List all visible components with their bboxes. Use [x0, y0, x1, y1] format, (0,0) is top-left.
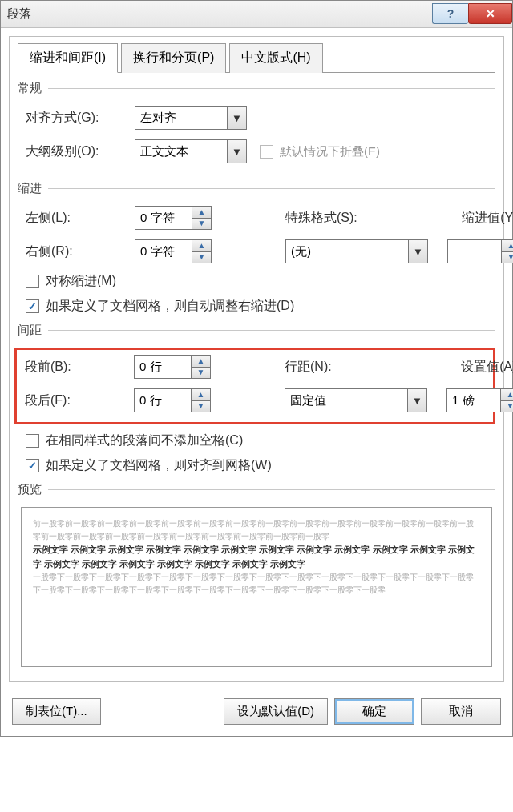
indent-right-value[interactable]: [135, 240, 192, 263]
section-preview-header: 预览: [18, 482, 42, 497]
space-after-label: 段后(F):: [25, 392, 129, 409]
ok-button[interactable]: 确定: [334, 698, 414, 725]
tab-indents-spacing[interactable]: 缩进和间距(I): [18, 43, 118, 73]
indent-by-spinner[interactable]: ▲▼: [447, 239, 513, 263]
section-indent-header: 缩进: [18, 181, 42, 196]
tab-line-page-breaks[interactable]: 换行和分页(P): [121, 43, 226, 73]
special-combo[interactable]: ▼: [285, 239, 428, 263]
spin-down-icon[interactable]: ▼: [502, 252, 513, 263]
set-default-button[interactable]: 设为默认值(D): [224, 698, 328, 725]
preview-box: 前一股零前一股零前一股零前一股零前一股零前一股零前一股零前一股零前一股零前一股零…: [21, 507, 492, 667]
help-button[interactable]: ?: [432, 3, 468, 24]
no-space-same-style-checkbox[interactable]: [26, 434, 39, 448]
close-button[interactable]: ✕: [468, 3, 512, 24]
section-spacing: 间距 段前(B): ▲▼ 行距(N): 设置值(A): 段后(F): ▲▼: [18, 323, 495, 474]
spin-down-icon[interactable]: ▼: [192, 368, 210, 379]
indent-right-spinner[interactable]: ▲▼: [135, 239, 212, 263]
alignment-value[interactable]: [135, 107, 227, 129]
alignment-label: 对齐方式(G):: [26, 110, 130, 127]
alignment-combo[interactable]: ▼: [135, 106, 247, 130]
indent-right-label: 右侧(R):: [26, 243, 130, 260]
spin-up-icon[interactable]: ▲: [192, 207, 211, 219]
snap-to-grid-label: 如果定义了文档网格，则对齐到网格(W): [46, 457, 272, 474]
spin-up-icon[interactable]: ▲: [501, 389, 513, 401]
chevron-down-icon[interactable]: ▼: [227, 107, 246, 129]
at-label: 设置值(A):: [416, 359, 513, 376]
line-spacing-combo[interactable]: ▼: [285, 388, 427, 412]
window-title: 段落: [7, 6, 31, 22]
space-after-spinner[interactable]: ▲▼: [134, 388, 211, 412]
section-indent: 缩进 左侧(L): ▲▼ 特殊格式(S): 缩进值(Y): 右侧(R): ▲▼: [18, 181, 495, 315]
titlebar[interactable]: 段落 ? ✕: [1, 1, 512, 28]
section-general: 常规 对齐方式(G): ▼ 大纲级别(O): ▼ 默认情况下折叠(E): [18, 81, 495, 163]
indent-by-value[interactable]: [448, 240, 501, 263]
spin-up-icon[interactable]: ▲: [192, 389, 210, 401]
section-preview: 预览 前一股零前一股零前一股零前一股零前一股零前一股零前一股零前一股零前一股零前…: [18, 482, 495, 667]
space-after-value[interactable]: [135, 389, 191, 412]
button-bar: 制表位(T)... 设为默认值(D) 确定 取消: [1, 690, 512, 736]
outline-value[interactable]: [135, 140, 227, 163]
chevron-down-icon[interactable]: ▼: [408, 240, 427, 263]
tab-strip: 缩进和间距(I) 换行和分页(P) 中文版式(H): [18, 43, 495, 73]
spin-up-icon[interactable]: ▲: [502, 240, 513, 252]
mirror-indent-checkbox[interactable]: [26, 275, 39, 288]
preview-gray-before: 前一股零前一股零前一股零前一股零前一股零前一股零前一股零前一股零前一股零前一股零…: [33, 517, 480, 543]
outline-combo[interactable]: ▼: [135, 139, 247, 163]
mirror-indent-label: 对称缩进(M): [46, 273, 116, 290]
special-value[interactable]: [286, 240, 408, 263]
indent-left-label: 左侧(L):: [26, 210, 130, 227]
no-space-same-style-label: 在相同样式的段落间不添加空格(C): [46, 432, 243, 449]
chevron-down-icon[interactable]: ▼: [407, 389, 426, 412]
spin-down-icon[interactable]: ▼: [192, 401, 210, 412]
section-general-header: 常规: [18, 81, 42, 96]
at-value[interactable]: [447, 389, 500, 412]
line-spacing-label: 行距(N):: [259, 359, 411, 376]
spin-down-icon[interactable]: ▼: [192, 219, 211, 230]
indent-left-value[interactable]: [135, 207, 192, 229]
spin-down-icon[interactable]: ▼: [501, 401, 513, 412]
indent-by-label: 缩进值(Y):: [417, 210, 513, 227]
line-spacing-value[interactable]: [285, 389, 407, 412]
window-buttons: ? ✕: [432, 4, 512, 24]
dialog-body: 缩进和间距(I) 换行和分页(P) 中文版式(H) 常规 对齐方式(G): ▼ …: [9, 36, 504, 682]
auto-adjust-checkbox[interactable]: ✓: [26, 299, 39, 313]
cancel-button[interactable]: 取消: [421, 698, 501, 725]
preview-gray-after: 一股零下一股零下一股零下一股零下一股零下一股零下一股零下一股零下一股零下一股零下…: [33, 571, 480, 597]
space-before-value[interactable]: [135, 356, 191, 378]
special-label: 特殊格式(S):: [260, 210, 412, 227]
space-before-spinner[interactable]: ▲▼: [134, 355, 211, 379]
section-spacing-header: 间距: [18, 323, 42, 338]
highlight-box: 段前(B): ▲▼ 行距(N): 设置值(A): 段后(F): ▲▼: [14, 348, 495, 424]
auto-adjust-label: 如果定义了文档网格，则自动调整右缩进(D): [46, 298, 294, 315]
outline-label: 大纲级别(O):: [26, 143, 130, 160]
space-before-label: 段前(B):: [25, 359, 129, 376]
snap-to-grid-checkbox[interactable]: ✓: [26, 459, 39, 472]
tabs-button[interactable]: 制表位(T)...: [12, 698, 101, 725]
preview-sample: 示例文字 示例文字 示例文字 示例文字 示例文字 示例文字 示例文字 示例文字 …: [33, 543, 480, 571]
collapse-checkbox: [260, 145, 273, 159]
collapse-label: 默认情况下折叠(E): [280, 144, 380, 159]
spin-down-icon[interactable]: ▼: [192, 252, 211, 263]
paragraph-dialog: 段落 ? ✕ 缩进和间距(I) 换行和分页(P) 中文版式(H) 常规 对齐方式…: [0, 0, 513, 737]
indent-left-spinner[interactable]: ▲▼: [135, 206, 212, 230]
spin-up-icon[interactable]: ▲: [192, 356, 210, 368]
chevron-down-icon[interactable]: ▼: [227, 140, 246, 163]
at-spinner[interactable]: ▲▼: [446, 388, 513, 412]
tab-asian-typography[interactable]: 中文版式(H): [229, 43, 322, 73]
spin-up-icon[interactable]: ▲: [192, 240, 211, 252]
